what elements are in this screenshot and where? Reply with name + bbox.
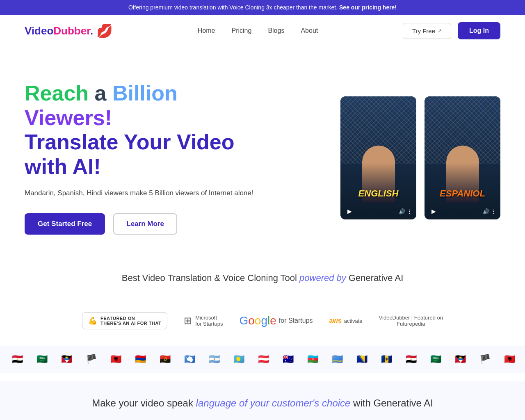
video-card-english: ENGLISH ▶ 🔊 ⋮: [340, 96, 416, 219]
flag-item: 🇦🇱: [500, 353, 518, 365]
flag-item: 🇦🇬: [57, 353, 75, 365]
flag-item: 🇦🇱: [107, 353, 125, 365]
play-button-2[interactable]: ▶: [429, 206, 438, 216]
logo-video: Video: [25, 25, 53, 37]
flag-item: 🇦🇼: [328, 353, 346, 365]
flag-item: 🇦🇲: [131, 353, 149, 365]
volume-button-1[interactable]: 🔊: [399, 208, 405, 215]
ai-icon: 💪: [88, 316, 97, 325]
lips-icon: 💋: [96, 23, 113, 39]
google-logo: Google: [240, 314, 276, 327]
nav-blogs[interactable]: Blogs: [268, 27, 284, 34]
flag-item: 🇧🇦: [353, 353, 371, 365]
banner-text: Offering premium video translation with …: [128, 4, 338, 11]
nav-pricing[interactable]: Pricing: [231, 27, 251, 34]
flag-item: 🇦🇴: [156, 353, 174, 365]
more-button-1[interactable]: ⋮: [407, 208, 412, 215]
microsoft-text: Microsoftfor Startups: [195, 315, 223, 327]
language-section: Make your video speak language of your c…: [0, 381, 525, 420]
title-billion: Billion: [112, 81, 178, 105]
hero-content: Reach a Billion Viewers! Translate Your …: [25, 81, 254, 235]
language-title: Make your video speak language of your c…: [25, 397, 500, 409]
video2-controls: ▶ 🔊 ⋮: [425, 206, 500, 216]
external-link-icon: ↗: [438, 28, 442, 34]
futurepedia-badge: VideoDubber | Featured onFuturepedia: [379, 315, 443, 327]
google-startups-text: for Startups: [279, 317, 313, 324]
flag-item: 🇦🇺: [279, 353, 297, 365]
video1-right-controls: 🔊 ⋮: [399, 208, 412, 215]
microsoft-badge: ⊞ Microsoftfor Startups: [184, 315, 223, 327]
title-viewers: Viewers!: [25, 106, 112, 130]
nav-links: Home Pricing Blogs About: [198, 27, 318, 34]
hero-videos: ENGLISH ▶ 🔊 ⋮ ESPANIOL ▶ 🔊 ⋮: [340, 96, 500, 219]
aws-badge: aws activate: [329, 317, 363, 324]
flag-item: 🇦🇶: [180, 353, 199, 365]
hero-title: Reach a Billion Viewers! Translate Your …: [25, 81, 254, 179]
video2-right-controls: 🔊 ⋮: [483, 208, 496, 215]
flag-item: 🇵🇼: [230, 353, 248, 365]
banner-link[interactable]: See our pricing here!: [339, 4, 397, 11]
nav-about[interactable]: About: [301, 27, 318, 34]
hero-section: Reach a Billion Viewers! Translate Your …: [0, 47, 525, 260]
login-button[interactable]: Log In: [458, 22, 500, 39]
powered-title: Best Video Translation & Voice Cloning T…: [25, 273, 500, 283]
video1-controls: ▶ 🔊 ⋮: [340, 206, 416, 216]
get-started-button[interactable]: Get Started Free: [25, 213, 105, 235]
learn-more-button[interactable]: Learn More: [113, 213, 177, 235]
google-badge: Google for Startups: [240, 314, 313, 327]
logo-text: VideoDubber.: [25, 25, 93, 37]
flag-item: 🏴: [476, 353, 494, 365]
flag-item: 🇦🇷: [205, 353, 223, 365]
video-card-spanish: ESPANIOL ▶ 🔊 ⋮: [425, 96, 500, 219]
aws-logo: aws: [329, 317, 342, 324]
futurepedia-text: VideoDubber | Featured onFuturepedia: [379, 315, 443, 327]
volume-button-2[interactable]: 🔊: [483, 208, 489, 215]
english-label: ENGLISH: [358, 188, 399, 199]
theres-an-ai-badge: 💪 FEATURED ONTHERE'S AN AI FOR THAT: [82, 312, 167, 329]
logo[interactable]: VideoDubber. 💋: [25, 23, 113, 39]
title-line2: Translate Your Video with AI!: [25, 130, 254, 179]
more-button-2[interactable]: ⋮: [491, 208, 496, 215]
flag-item: 🇸🇦: [33, 353, 51, 365]
flag-item: 🇦🇿: [304, 353, 322, 365]
play-button-1[interactable]: ▶: [345, 206, 354, 216]
flag-item: 🏴: [82, 353, 100, 365]
partners-section: 💪 FEATURED ONTHERE'S AN AI FOR THAT ⊞ Mi…: [0, 304, 525, 338]
flag-item: 🇸🇦: [427, 353, 445, 365]
top-banner: Offering premium video translation with …: [0, 0, 525, 15]
hero-subtitle: Mandarin, Spanish, Hindi viewers make 5 …: [25, 187, 254, 199]
logo-dubber: Dubber: [53, 25, 90, 37]
nav-actions: Try Free ↗ Log In: [403, 22, 500, 39]
flags-section: 🇪🇬🇸🇦🇦🇬🏴🇦🇱🇦🇲🇦🇴🇦🇶🇦🇷🇵🇼🇦🇹🇦🇺🇦🇿🇦🇼🇧🇦🇧🇧🇪🇬🇸🇦🇦🇬🏴🇦🇱…: [0, 346, 525, 373]
flag-item: 🇦🇹: [254, 353, 272, 365]
microsoft-icon: ⊞: [184, 315, 192, 326]
flag-item: 🇧🇧: [377, 353, 395, 365]
title-reach: Reach: [25, 81, 89, 105]
try-free-button[interactable]: Try Free ↗: [403, 23, 451, 39]
hero-buttons: Get Started Free Learn More: [25, 213, 254, 235]
flag-item: 🇪🇬: [8, 353, 26, 365]
spanish-label: ESPANIOL: [440, 188, 485, 199]
flag-item: 🇪🇬: [402, 353, 420, 365]
nav-home[interactable]: Home: [198, 27, 215, 34]
flags-track: 🇪🇬🇸🇦🇦🇬🏴🇦🇱🇦🇲🇦🇴🇦🇶🇦🇷🇵🇼🇦🇹🇦🇺🇦🇿🇦🇼🇧🇦🇧🇧🇪🇬🇸🇦🇦🇬🏴🇦🇱…: [0, 353, 525, 365]
flag-item: 🇦🇬: [451, 353, 469, 365]
aws-activate-text: activate: [344, 318, 363, 324]
powered-section: Best Video Translation & Voice Cloning T…: [0, 260, 525, 304]
ai-badge-text: FEATURED ONTHERE'S AN AI FOR THAT: [100, 316, 161, 326]
navbar: VideoDubber. 💋 Home Pricing Blogs About …: [0, 15, 525, 47]
